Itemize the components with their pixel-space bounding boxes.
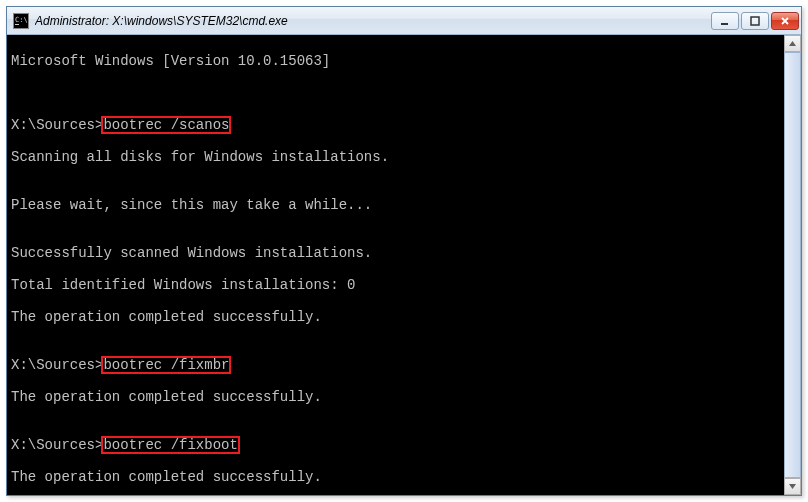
output-line: The operation completed successfully. <box>11 309 797 325</box>
svg-text:C:\: C:\ <box>15 16 28 24</box>
cmd-window: C:\ Administrator: X:\windows\SYSTEM32\c… <box>6 6 802 496</box>
scroll-track[interactable] <box>784 52 801 478</box>
prompt-text: X:\Sources> <box>11 117 103 133</box>
output-line: X:\Sources>bootrec /scanos <box>11 117 797 133</box>
prompt-text: X:\Sources> <box>11 357 103 373</box>
prompt-text: X:\Sources> <box>11 437 103 453</box>
output-line: Total identified Windows installations: … <box>11 277 797 293</box>
svg-rect-5 <box>751 17 759 25</box>
vertical-scrollbar[interactable] <box>784 35 801 495</box>
highlight-cmd-fixboot: bootrec /fixboot <box>103 437 237 453</box>
close-button[interactable] <box>771 12 799 30</box>
highlight-cmd-scanos: bootrec /scanos <box>103 117 229 133</box>
output-line: Microsoft Windows [Version 10.0.15063] <box>11 53 797 69</box>
scroll-thumb[interactable] <box>784 52 801 478</box>
output-line: The operation completed successfully. <box>11 389 797 405</box>
minimize-button[interactable] <box>711 12 739 30</box>
cmd-icon: C:\ <box>13 13 29 29</box>
highlight-cmd-fixmbr: bootrec /fixmbr <box>103 357 229 373</box>
svg-rect-4 <box>721 23 728 25</box>
output-line: X:\Sources>bootrec /fixboot <box>11 437 797 453</box>
scroll-down-button[interactable] <box>784 478 801 495</box>
output-line: The operation completed successfully. <box>11 469 797 485</box>
titlebar[interactable]: C:\ Administrator: X:\windows\SYSTEM32\c… <box>7 7 801 35</box>
output-line: X:\Sources>bootrec /fixmbr <box>11 357 797 373</box>
output-line: Successfully scanned Windows installatio… <box>11 245 797 261</box>
window-controls <box>711 12 799 30</box>
svg-rect-3 <box>15 24 19 25</box>
maximize-button[interactable] <box>741 12 769 30</box>
output-line: Scanning all disks for Windows installat… <box>11 149 797 165</box>
scroll-up-button[interactable] <box>784 35 801 52</box>
window-title: Administrator: X:\windows\SYSTEM32\cmd.e… <box>35 14 711 28</box>
output-line: Please wait, since this may take a while… <box>11 197 797 213</box>
terminal-output[interactable]: Microsoft Windows [Version 10.0.15063] X… <box>7 35 801 495</box>
